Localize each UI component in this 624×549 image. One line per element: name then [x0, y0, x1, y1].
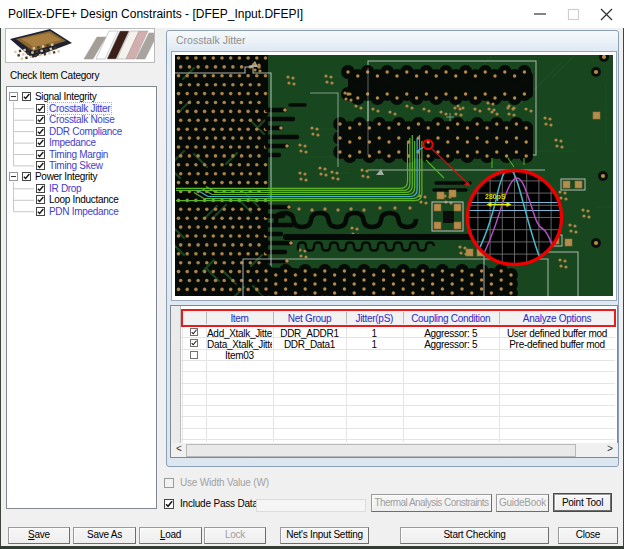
svg-text:280pS: 280pS	[485, 193, 506, 201]
